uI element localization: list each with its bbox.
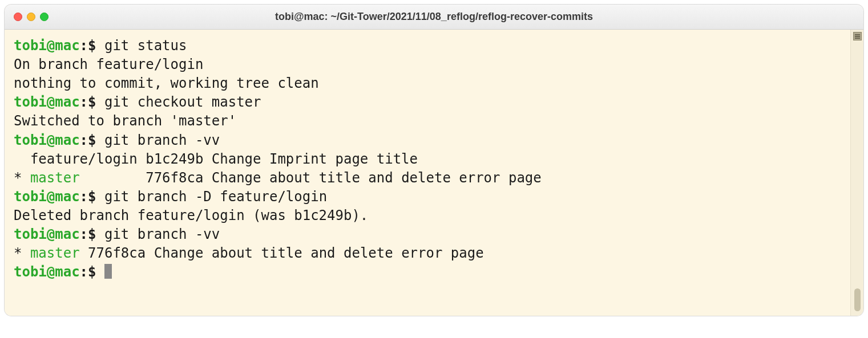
command-text: git branch -vv (104, 132, 220, 148)
output-text: nothing to commit, working tree clean (14, 75, 319, 91)
prompt-separator: : (80, 132, 88, 148)
output-text: Switched to branch 'master' (14, 113, 236, 129)
scroll-menu-icon[interactable] (853, 32, 862, 40)
prompt-symbol: $ (88, 132, 104, 148)
branch-info: 776f8ca Change about title and delete er… (80, 245, 484, 261)
prompt-symbol: $ (88, 226, 104, 242)
output-text: On branch feature/login (14, 56, 203, 72)
terminal-line: Switched to branch 'master' (14, 112, 841, 131)
branch-marker: * (14, 245, 30, 261)
prompt-symbol: $ (88, 264, 104, 280)
prompt-symbol: $ (88, 189, 104, 205)
terminal-window: tobi@mac: ~/Git-Tower/2021/11/08_reflog/… (5, 5, 863, 316)
terminal-line: On branch feature/login (14, 55, 841, 74)
branch-info: 776f8ca Change about title and delete er… (80, 170, 542, 186)
prompt-user: tobi@mac (14, 94, 80, 110)
branch-marker: * (14, 170, 30, 186)
terminal-line: * master 776f8ca Change about title and … (14, 169, 841, 188)
prompt-symbol: $ (88, 94, 104, 110)
close-icon[interactable] (14, 13, 22, 21)
prompt-user: tobi@mac (14, 264, 80, 280)
maximize-icon[interactable] (40, 13, 49, 21)
terminal-line: tobi@mac:$ (14, 263, 841, 282)
prompt-user: tobi@mac (14, 226, 80, 242)
terminal-line: tobi@mac:$ git checkout master (14, 93, 841, 112)
prompt-separator: : (80, 189, 88, 205)
terminal-line: feature/login b1c249b Change Imprint pag… (14, 150, 841, 169)
terminal-line: tobi@mac:$ git branch -vv (14, 225, 841, 244)
prompt-separator: : (80, 264, 88, 280)
command-text: git status (104, 38, 187, 54)
titlebar: tobi@mac: ~/Git-Tower/2021/11/08_reflog/… (5, 5, 863, 30)
output-text: Deleted branch feature/login (was b1c249… (14, 207, 368, 223)
cursor (104, 264, 112, 279)
command-text: git checkout master (104, 94, 261, 110)
window-title: tobi@mac: ~/Git-Tower/2021/11/08_reflog/… (14, 11, 854, 23)
command-text: git branch -D feature/login (104, 189, 327, 205)
output-text: feature/login b1c249b Change Imprint pag… (14, 151, 418, 167)
terminal-line: tobi@mac:$ git branch -vv (14, 131, 841, 150)
terminal-line: * master 776f8ca Change about title and … (14, 244, 841, 263)
prompt-separator: : (80, 94, 88, 110)
active-branch-name: master (30, 245, 80, 261)
active-branch-name: master (30, 170, 80, 186)
prompt-user: tobi@mac (14, 189, 80, 205)
terminal-line: tobi@mac:$ git status (14, 36, 841, 55)
prompt-symbol: $ (88, 38, 104, 54)
prompt-user: tobi@mac (14, 132, 80, 148)
minimize-icon[interactable] (27, 13, 35, 21)
terminal-line: tobi@mac:$ git branch -D feature/login (14, 188, 841, 206)
prompt-user: tobi@mac (14, 38, 80, 54)
command-text: git branch -vv (104, 226, 220, 242)
scroll-thumb[interactable] (854, 288, 861, 311)
terminal-body: tobi@mac:$ git statusOn branch feature/l… (5, 30, 863, 316)
terminal-output[interactable]: tobi@mac:$ git statusOn branch feature/l… (5, 30, 850, 316)
terminal-line: Deleted branch feature/login (was b1c249… (14, 206, 841, 225)
traffic-lights (14, 13, 49, 21)
prompt-separator: : (80, 38, 88, 54)
prompt-separator: : (80, 226, 88, 242)
terminal-line: nothing to commit, working tree clean (14, 74, 841, 93)
scrollbar[interactable] (850, 30, 863, 316)
